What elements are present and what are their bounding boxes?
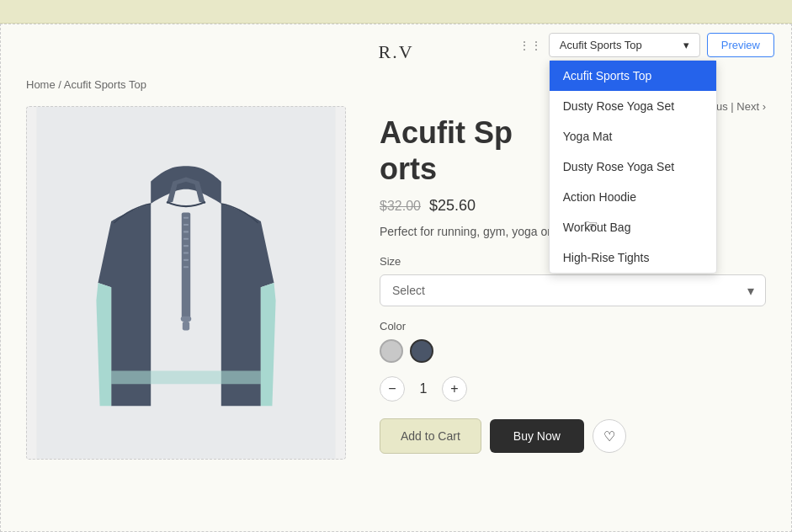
product-image-container [26,106,346,460]
svg-rect-2 [183,217,189,219]
svg-rect-5 [183,238,189,240]
dropdown-item-acufit[interactable]: Acufit Sports Top [550,61,716,91]
wishlist-heart-icon: ♡ [603,428,615,444]
breadcrumb-home[interactable]: Home [26,78,56,91]
dropdown-item-hoodie[interactable]: Action Hoodie [550,182,716,212]
buy-now-button[interactable]: Buy Now [490,419,584,453]
top-bar [0,0,792,24]
price-original: $32.00 [380,199,421,214]
breadcrumb-separator: / [58,78,61,91]
next-arrow-icon: › [763,100,766,113]
product-dropdown-menu: Acufit Sports Top Dusty Rose Yoga Set Yo… [549,60,717,274]
cursor-hand-icon: ☞ [583,215,598,236]
product-selector: Acufit Sports Top ▾ Acufit Sports Top Du… [549,33,700,57]
svg-rect-8 [183,259,189,261]
color-swatches [380,339,766,363]
selected-product-label: Acufit Sports Top [560,39,642,51]
product-image [27,107,345,459]
editor-toolbar: ⋮⋮ Acufit Sports Top ▾ Acufit Sports Top… [518,33,774,57]
price-sale: $25.60 [429,197,476,215]
main-container: ⋮⋮ Acufit Sports Top ▾ Acufit Sports Top… [0,24,792,532]
color-swatch-dark-slate[interactable] [410,339,433,363]
color-swatch-light-gray[interactable] [380,339,403,363]
action-buttons: Add to Cart Buy Now ♡ [380,418,766,454]
svg-rect-7 [183,252,189,253]
size-select[interactable]: Select XS S M L XL [380,274,766,306]
quantity-value: 1 [415,381,432,396]
wishlist-button[interactable]: ♡ [593,419,626,453]
add-to-cart-button[interactable]: Add to Cart [380,418,481,454]
svg-rect-10 [181,317,192,322]
dropdown-item-dusty2[interactable]: Dusty Rose Yoga Set [550,152,716,182]
dropdown-chevron-icon: ▾ [683,39,689,51]
size-select-wrapper: Select XS S M L XL ▾ [380,274,766,306]
next-link[interactable]: Next [736,100,759,113]
color-label: Color [380,320,766,332]
quantity-row: − 1 + [380,376,766,402]
title-partial: Acufit Sports [380,115,513,186]
dropdown-item-bag[interactable]: Workout Bag ☞ [550,212,716,242]
drag-icon[interactable]: ⋮⋮ [518,39,542,52]
dropdown-item-yoga-mat[interactable]: Yoga Mat [550,121,716,152]
preview-button[interactable]: Preview [707,33,774,57]
svg-rect-11 [183,322,189,330]
dropdown-item-tights[interactable]: High-Rise Tights [550,242,716,273]
svg-rect-9 [183,266,189,268]
color-section: Color [380,320,766,363]
dropdown-item-dusty1[interactable]: Dusty Rose Yoga Set [550,91,716,121]
breadcrumb-current: Acufit Sports Top [64,78,146,91]
quantity-increase-button[interactable]: + [442,376,467,402]
svg-rect-1 [182,212,190,317]
product-selector-button[interactable]: Acufit Sports Top ▾ [549,33,700,57]
svg-rect-6 [183,245,189,247]
svg-rect-4 [183,231,189,232]
svg-rect-3 [183,224,189,226]
quantity-decrease-button[interactable]: − [380,376,405,402]
